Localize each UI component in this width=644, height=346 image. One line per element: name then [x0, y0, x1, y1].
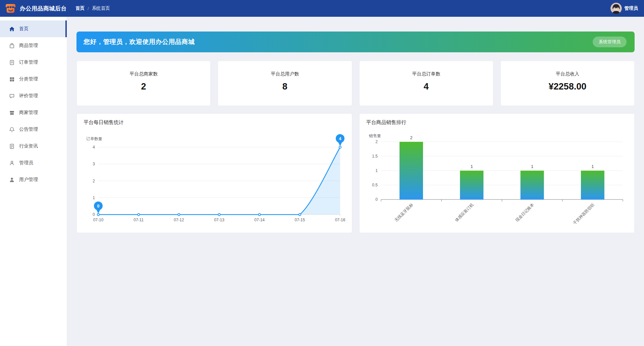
- svg-text:07-11: 07-11: [133, 218, 144, 222]
- person-outline-icon: [9, 160, 15, 166]
- order-document-icon: [9, 60, 15, 65]
- svg-text:订单数量: 订单数量: [86, 136, 102, 141]
- sidebar-item-label: 分类管理: [19, 76, 38, 82]
- stat-value: 2: [141, 81, 146, 92]
- stat-value: 4: [424, 81, 429, 92]
- breadcrumb-home[interactable]: 首页: [75, 5, 85, 11]
- sidebar-item-reviews[interactable]: 评价管理: [0, 88, 67, 104]
- svg-text:1: 1: [375, 168, 378, 173]
- storefront-icon: [9, 110, 15, 116]
- daily-sales-line-chart[interactable]: 0123407-1007-1107-1207-1307-1407-1507-16…: [84, 128, 345, 227]
- sidebar-item-label: 商家管理: [19, 110, 38, 116]
- svg-text:4: 4: [339, 136, 341, 141]
- svg-text:07-12: 07-12: [174, 218, 184, 222]
- stat-card-total-merchants: 平台总商家数 2: [76, 61, 211, 106]
- shopping-bag-icon: [9, 43, 15, 49]
- product-sales-bar-chart[interactable]: 00.511.52销售量2无线蓝牙鼠标1体感应装订机1现金日记账本1干扰神器防窃…: [366, 128, 628, 229]
- stat-card-total-orders: 平台总订单数 4: [359, 61, 493, 106]
- svg-text:2: 2: [375, 139, 378, 144]
- welcome-text: 您好，管理员，欢迎使用办公用品商城: [84, 38, 195, 46]
- welcome-banner: 您好，管理员，欢迎使用办公用品商城 系统管理员: [76, 32, 635, 52]
- chart-title-product-ranking: 平台商品销售排行: [366, 119, 628, 126]
- top-navbar: 办公用品商城后台 首页 / 系统首页 管理员: [0, 0, 644, 17]
- sidebar: 首页 商品管理 订单管理 分类管理 评价管理 商家管理 公告管理: [0, 17, 67, 346]
- navbar-left: 办公用品商城后台 首页 / 系统首页: [5, 3, 110, 14]
- svg-text:07-10: 07-10: [93, 218, 104, 222]
- main-content: 您好，管理员，欢迎使用办公用品商城 系统管理员 平台总商家数 2 平台总用户数 …: [67, 17, 644, 346]
- sidebar-item-announcements[interactable]: 公告管理: [0, 121, 67, 138]
- svg-text:干扰神器防窃听: 干扰神器防窃听: [572, 202, 595, 225]
- stat-label: 平台总订单数: [412, 71, 440, 77]
- charts-row: 平台每日销售统计 0123407-1007-1107-1207-1307-140…: [76, 113, 635, 233]
- svg-text:1: 1: [591, 164, 594, 169]
- sidebar-item-orders[interactable]: 订单管理: [0, 54, 67, 71]
- stats-row: 平台总商家数 2 平台总用户数 8 平台总订单数 4 平台总收入 ¥2258.0…: [76, 61, 635, 106]
- sidebar-item-label: 订单管理: [19, 59, 38, 65]
- stat-label: 平台总商家数: [129, 71, 158, 77]
- daily-sales-chart-card: 平台每日销售统计 0123407-1007-1107-1207-1307-140…: [76, 113, 352, 233]
- sidebar-item-home[interactable]: 首页: [0, 20, 67, 37]
- sidebar-item-label: 行业资讯: [19, 143, 38, 149]
- user-menu[interactable]: 管理员: [610, 3, 638, 14]
- sidebar-item-users[interactable]: 用户管理: [0, 171, 67, 188]
- home-icon: [9, 26, 15, 32]
- svg-text:0: 0: [93, 212, 95, 217]
- chart-title-daily-sales: 平台每日销售统计: [84, 119, 345, 126]
- sidebar-item-industry-news[interactable]: 行业资讯: [0, 138, 67, 155]
- breadcrumb: 首页 / 系统首页: [75, 5, 110, 11]
- sidebar-item-label: 管理员: [19, 160, 33, 166]
- stat-card-total-users: 平台总用户数 8: [218, 61, 352, 106]
- svg-text:2: 2: [93, 179, 95, 183]
- stat-card-total-revenue: 平台总收入 ¥2258.00: [500, 61, 635, 106]
- bell-icon: [9, 127, 15, 132]
- svg-text:2: 2: [410, 135, 412, 140]
- svg-text:07-13: 07-13: [214, 218, 224, 222]
- app-title: 办公用品商城后台: [20, 5, 67, 12]
- svg-text:3: 3: [93, 162, 95, 166]
- stat-value: 8: [282, 81, 287, 92]
- stat-label: 平台总收入: [556, 71, 579, 77]
- person-filled-icon: [9, 177, 15, 183]
- sidebar-item-admins[interactable]: 管理员: [0, 155, 67, 171]
- svg-text:销售量: 销售量: [369, 133, 381, 138]
- news-document-icon: [9, 143, 15, 149]
- stat-label: 平台总用户数: [271, 71, 299, 77]
- sidebar-item-categories[interactable]: 分类管理: [0, 71, 67, 88]
- product-ranking-chart-card: 平台商品销售排行 00.511.52销售量2无线蓝牙鼠标1体感应装订机1现金日记…: [359, 113, 635, 233]
- sidebar-item-label: 商品管理: [19, 43, 38, 49]
- svg-text:4: 4: [93, 145, 95, 150]
- svg-text:07-14: 07-14: [254, 218, 265, 222]
- svg-text:0: 0: [375, 197, 378, 202]
- sidebar-item-products[interactable]: 商品管理: [0, 37, 67, 54]
- sidebar-item-label: 首页: [19, 26, 29, 32]
- sidebar-item-label: 公告管理: [19, 126, 38, 132]
- breadcrumb-separator: /: [88, 6, 89, 11]
- stat-value: ¥2258.00: [549, 81, 587, 92]
- user-name: 管理员: [625, 5, 638, 11]
- svg-text:现金日记账本: 现金日记账本: [514, 202, 535, 223]
- svg-text:1.5: 1.5: [372, 154, 378, 159]
- svg-text:1: 1: [93, 195, 95, 200]
- svg-text:0.5: 0.5: [372, 183, 378, 187]
- app-logo-icon: [5, 3, 16, 14]
- svg-text:1: 1: [531, 164, 533, 169]
- user-avatar[interactable]: [610, 3, 622, 14]
- breadcrumb-current: 系统首页: [92, 5, 110, 11]
- role-badge: 系统管理员: [593, 37, 627, 47]
- sidebar-item-label: 用户管理: [19, 177, 38, 183]
- grid-icon: [9, 76, 15, 82]
- svg-text:无线蓝牙鼠标: 无线蓝牙鼠标: [393, 202, 414, 223]
- svg-text:07-16: 07-16: [335, 218, 345, 222]
- svg-text:1: 1: [470, 164, 473, 169]
- chat-bubble-icon: [9, 93, 15, 99]
- sidebar-item-label: 评价管理: [19, 93, 38, 99]
- svg-text:体感应装订机: 体感应装订机: [454, 202, 474, 223]
- sidebar-item-merchants[interactable]: 商家管理: [0, 104, 67, 121]
- svg-text:07-15: 07-15: [294, 218, 305, 222]
- svg-text:0: 0: [97, 204, 100, 209]
